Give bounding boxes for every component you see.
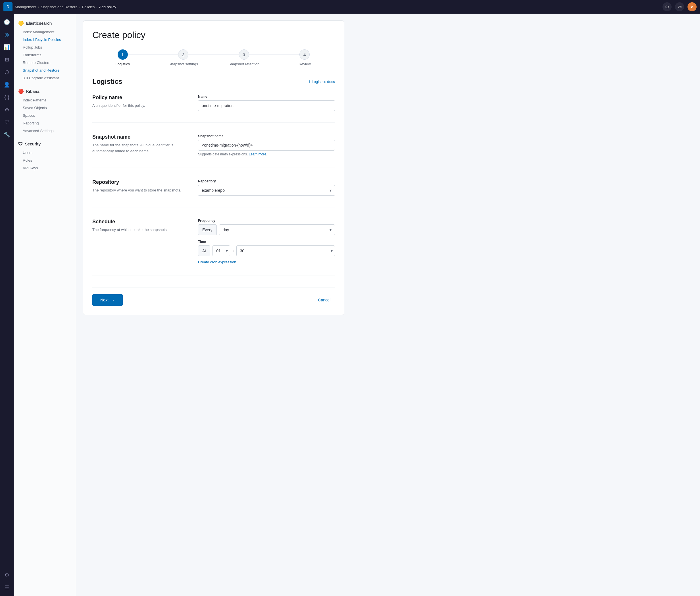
hour-select-wrapper: 01 02 03 04 05 06 07 08 09 10 11 bbox=[212, 245, 230, 256]
sidebar-security-section: 🛡 Security Users Roles API Keys bbox=[14, 139, 76, 172]
step-snapshot-settings: 2 Snapshot settings bbox=[153, 49, 214, 66]
rail-gear-icon[interactable]: ⚙ bbox=[2, 570, 12, 580]
minutes-select[interactable]: 00 15 30 45 bbox=[236, 245, 335, 256]
schedule-text: The frequency at which to take the snaps… bbox=[92, 227, 189, 233]
repository-desc: Repository The repository where you want… bbox=[92, 179, 189, 196]
sidebar-item-saved-objects[interactable]: Saved Objects bbox=[14, 104, 76, 111]
steps-bar: 1 Logistics 2 Snapshot settings 3 Snapsh… bbox=[92, 49, 335, 66]
policy-name-fields: Name bbox=[198, 95, 335, 111]
frequency-select[interactable]: day week month bbox=[219, 224, 335, 235]
breadcrumb-management[interactable]: Management bbox=[15, 5, 36, 9]
step-circle-4[interactable]: 4 bbox=[299, 49, 310, 60]
step-circle-2[interactable]: 2 bbox=[178, 49, 189, 60]
repository-label: Repository bbox=[198, 179, 335, 183]
policy-name-input[interactable] bbox=[198, 100, 335, 111]
rail-stack-icon[interactable]: ⊕ bbox=[2, 104, 12, 115]
repository-fields: Repository examplerepo ▾ bbox=[198, 179, 335, 196]
snapshot-name-text: The name for the snapshots. A unique ide… bbox=[92, 142, 189, 154]
breadcrumb-snapshot-restore[interactable]: Snapshot and Restore bbox=[41, 5, 78, 9]
app-logo[interactable]: D bbox=[3, 2, 12, 11]
kibana-icon: 🔴 bbox=[18, 89, 24, 94]
snapshot-name-section: Snapshot name The name for the snapshots… bbox=[92, 134, 335, 168]
rail-monitor-icon[interactable]: ♡ bbox=[2, 117, 12, 127]
elasticsearch-icon: 🟡 bbox=[18, 21, 24, 26]
next-arrow-icon: → bbox=[111, 298, 115, 302]
user-avatar[interactable]: e bbox=[688, 2, 697, 11]
cancel-button[interactable]: Cancel bbox=[314, 294, 335, 306]
policy-name-text: A unique identifier for this policy. bbox=[92, 103, 189, 109]
snapshot-name-title: Snapshot name bbox=[92, 134, 189, 140]
sidebar-item-roles[interactable]: Roles bbox=[14, 156, 76, 164]
rail-user-icon[interactable]: 👤 bbox=[2, 79, 12, 90]
schedule-desc: Schedule The frequency at which to take … bbox=[92, 219, 189, 264]
docs-link-text: Logistics docs bbox=[311, 79, 335, 84]
step-circle-3[interactable]: 3 bbox=[239, 49, 249, 60]
learn-more-link[interactable]: Learn more. bbox=[249, 152, 267, 156]
sidebar-item-api-keys[interactable]: API Keys bbox=[14, 164, 76, 172]
cron-expression-link[interactable]: Create cron expression bbox=[198, 260, 236, 264]
rail-dev-icon[interactable]: { } bbox=[2, 92, 12, 102]
breadcrumb: Management / Snapshot and Restore / Poli… bbox=[15, 5, 660, 9]
rail-clock-icon[interactable]: 🕐 bbox=[2, 17, 12, 27]
top-nav: D Management / Snapshot and Restore / Po… bbox=[0, 0, 700, 14]
docs-icon: ℹ bbox=[308, 79, 310, 84]
settings-icon-button[interactable]: ⚙ bbox=[662, 2, 672, 11]
rail-chart-icon[interactable]: 📊 bbox=[2, 42, 12, 52]
breadcrumb-policies[interactable]: Policies bbox=[82, 5, 95, 9]
time-row: At 01 02 03 04 05 06 07 08 0 bbox=[198, 245, 335, 256]
snapshot-name-fields: Snapshot name Supports date math express… bbox=[198, 134, 335, 156]
step-review: 4 Review bbox=[274, 49, 335, 66]
repository-text: The repository where you want to store t… bbox=[92, 188, 189, 194]
sidebar-item-snapshot-restore[interactable]: Snapshot and Restore bbox=[14, 67, 76, 74]
frequency-select-wrapper: day week month ▾ bbox=[219, 224, 335, 235]
sidebar: 🟡 Elasticsearch Index Management Index L… bbox=[14, 14, 76, 596]
step-circle-1[interactable]: 1 bbox=[118, 49, 128, 60]
sidebar-kibana-label: Kibana bbox=[26, 89, 40, 94]
step-label-4: Review bbox=[299, 62, 311, 66]
sidebar-security-header: 🛡 Security bbox=[14, 139, 76, 149]
sidebar-item-upgrade-assistant[interactable]: 8.0 Upgrade Assistant bbox=[14, 74, 76, 82]
hour-select[interactable]: 01 02 03 04 05 06 07 08 09 10 11 bbox=[212, 245, 230, 256]
repository-select[interactable]: examplerepo bbox=[198, 185, 335, 196]
time-label: Time bbox=[198, 240, 335, 244]
step-label-2: Snapshot settings bbox=[169, 62, 198, 66]
sidebar-item-index-management[interactable]: Index Management bbox=[14, 28, 76, 36]
sidebar-item-remote-clusters[interactable]: Remote Clusters bbox=[14, 59, 76, 67]
sidebar-item-spaces[interactable]: Spaces bbox=[14, 111, 76, 119]
policy-name-section: Policy name A unique identifier for this… bbox=[92, 95, 335, 123]
rail-menu-icon[interactable]: ☰ bbox=[2, 582, 12, 593]
snapshot-name-input[interactable] bbox=[198, 140, 335, 151]
security-icon: 🛡 bbox=[18, 142, 23, 147]
main-content: Create policy 1 Logistics 2 Snapshot set… bbox=[76, 14, 700, 596]
next-button-label: Next bbox=[100, 298, 108, 302]
rail-wrench-icon[interactable]: 🔧 bbox=[2, 129, 12, 140]
step-snapshot-retention: 3 Snapshot retention bbox=[214, 49, 274, 66]
time-colon: : bbox=[232, 248, 234, 253]
policy-name-title: Policy name bbox=[92, 95, 189, 101]
icon-rail: 🕐 ◎ 📊 ⊞ ⬡ 👤 { } ⊕ ♡ 🔧 ⚙ ☰ bbox=[0, 14, 14, 596]
sidebar-elasticsearch-section: 🟡 Elasticsearch Index Management Index L… bbox=[14, 18, 76, 82]
page-card: Create policy 1 Logistics 2 Snapshot set… bbox=[83, 21, 344, 315]
docs-link[interactable]: ℹ Logistics docs bbox=[308, 79, 335, 84]
sidebar-item-reporting[interactable]: Reporting bbox=[14, 119, 76, 127]
frequency-row: Every day week month ▾ bbox=[198, 224, 335, 235]
sidebar-item-index-lifecycle[interactable]: Index Lifecycle Policies bbox=[14, 36, 76, 44]
sidebar-item-rollup[interactable]: Rollup Jobs bbox=[14, 44, 76, 51]
sidebar-item-transforms[interactable]: Transforms bbox=[14, 51, 76, 59]
rail-table-icon[interactable]: ⊞ bbox=[2, 54, 12, 65]
next-button[interactable]: Next → bbox=[92, 294, 123, 306]
rail-compass-icon[interactable]: ◎ bbox=[2, 29, 12, 40]
repository-title: Repository bbox=[92, 179, 189, 185]
sidebar-item-users[interactable]: Users bbox=[14, 149, 76, 156]
sidebar-security-label: Security bbox=[25, 142, 41, 146]
layout: 🕐 ◎ 📊 ⊞ ⬡ 👤 { } ⊕ ♡ 🔧 ⚙ ☰ 🟡 Elasticsearc… bbox=[0, 0, 700, 596]
schedule-section: Schedule The frequency at which to take … bbox=[92, 219, 335, 276]
step-logistics: 1 Logistics bbox=[92, 49, 153, 66]
sidebar-elasticsearch-label: Elasticsearch bbox=[26, 21, 52, 26]
page-title: Create policy bbox=[92, 30, 335, 40]
sidebar-item-index-patterns[interactable]: Index Patterns bbox=[14, 96, 76, 104]
breadcrumb-current: Add policy bbox=[99, 5, 116, 9]
sidebar-item-advanced-settings[interactable]: Advanced Settings bbox=[14, 127, 76, 135]
mail-icon-button[interactable]: ✉ bbox=[675, 2, 684, 11]
rail-graph-icon[interactable]: ⬡ bbox=[2, 67, 12, 77]
